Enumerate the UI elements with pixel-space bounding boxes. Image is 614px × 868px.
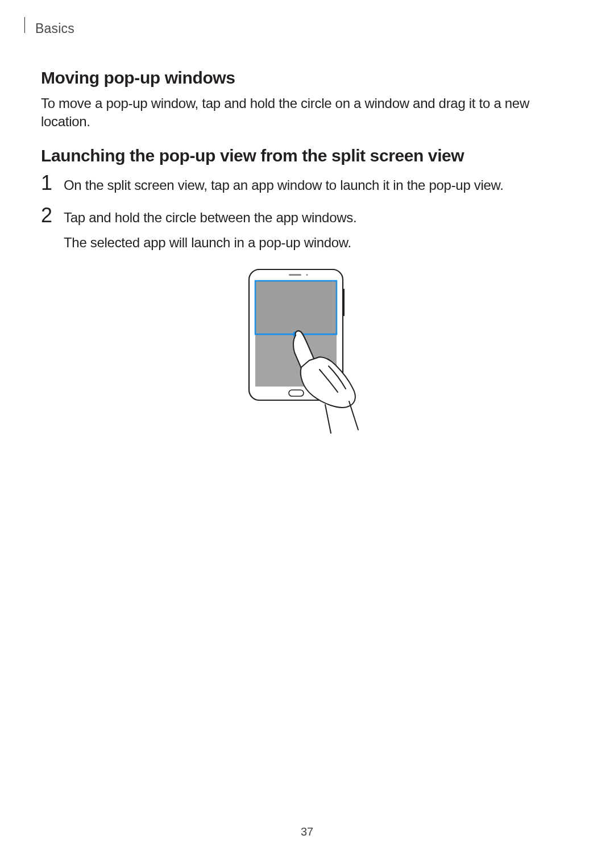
svg-rect-3 [343, 289, 345, 316]
svg-rect-5 [255, 281, 337, 334]
step-2: Tap and hold the circle between the app … [41, 208, 575, 252]
svg-rect-8 [289, 390, 304, 396]
page-content: Moving pop-up windows To move a pop-up w… [41, 57, 575, 448]
section-body-moving: To move a pop-up window, tap and hold th… [41, 94, 575, 131]
section-title-moving: Moving pop-up windows [41, 68, 575, 88]
section-title-launching: Launching the pop-up view from the split… [41, 146, 575, 165]
steps-list: On the split screen view, tap an app win… [41, 176, 575, 252]
svg-rect-1 [289, 274, 301, 276]
page-number: 37 [0, 825, 614, 838]
breadcrumb: Basics [24, 20, 74, 37]
breadcrumb-divider [24, 17, 25, 33]
tablet-split-screen-icon [246, 266, 371, 448]
step-1-text: On the split screen view, tap an app win… [64, 176, 575, 195]
step-2-text-2: The selected app will launch in a pop-up… [64, 233, 575, 252]
step-1: On the split screen view, tap an app win… [41, 176, 575, 195]
breadcrumb-label: Basics [35, 21, 74, 36]
illustration-container [41, 266, 575, 448]
step-2-text-1: Tap and hold the circle between the app … [64, 208, 575, 227]
svg-point-2 [306, 273, 308, 275]
